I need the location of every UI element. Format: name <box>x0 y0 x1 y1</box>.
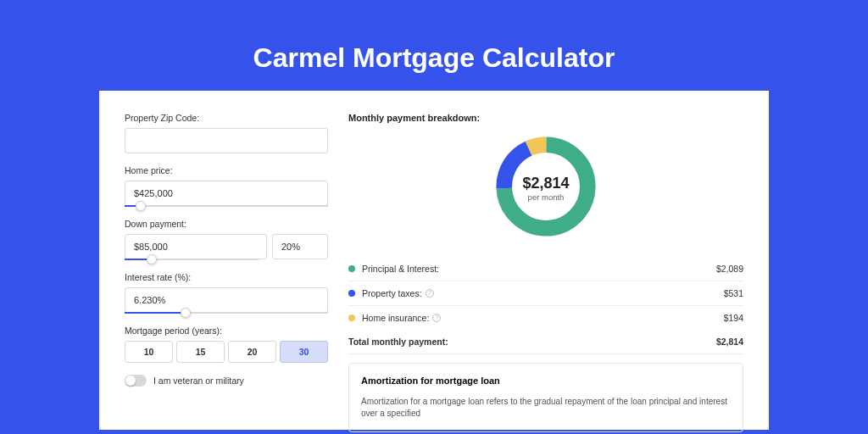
breakdown-item-value: $2,089 <box>716 264 743 274</box>
zip-field: Property Zip Code: <box>125 113 328 153</box>
breakdown-title: Monthly payment breakdown: <box>348 113 743 123</box>
down-payment-pct-input[interactable] <box>272 234 328 259</box>
home-price-input[interactable] <box>125 181 328 206</box>
veteran-toggle[interactable] <box>125 375 147 387</box>
interest-rate-slider[interactable] <box>125 312 328 314</box>
down-payment-slider[interactable] <box>125 259 259 260</box>
breakdown-item-label: Property taxes: ? <box>362 288 724 298</box>
period-field: Mortgage period (years): 10152030 <box>125 326 328 363</box>
donut-center: $2,814 per month <box>522 175 569 202</box>
info-icon[interactable]: ? <box>432 314 441 322</box>
breakdown-item-value: $531 <box>724 288 743 298</box>
toggle-knob <box>125 376 136 386</box>
calculator-card: Property Zip Code: Home price: Down paym… <box>99 91 769 430</box>
interest-rate-input[interactable] <box>125 287 328 313</box>
period-option-30[interactable]: 30 <box>280 341 328 363</box>
veteran-toggle-label: I am veteran or military <box>153 376 244 386</box>
amortization-text: Amortization for a mortgage loan refers … <box>361 396 731 420</box>
info-icon[interactable]: ? <box>426 289 434 298</box>
breakdown-row: Home insurance: ?$194 <box>348 306 743 330</box>
breakdown-row: Principal & Interest:$2,089 <box>348 257 743 281</box>
veteran-toggle-row: I am veteran or military <box>125 375 328 387</box>
down-payment-input[interactable] <box>125 234 267 259</box>
donut-container: $2,814 per month <box>348 131 743 245</box>
breakdown-total-value: $2,814 <box>716 337 743 347</box>
home-price-label: Home price: <box>125 165 328 175</box>
home-price-field: Home price: <box>125 165 328 207</box>
zip-label: Property Zip Code: <box>125 113 328 123</box>
donut-sublabel: per month <box>522 192 569 202</box>
period-option-20[interactable]: 20 <box>228 341 276 363</box>
breakdown-item-label: Home insurance: ? <box>362 313 724 323</box>
breakdown-total-label: Total monthly payment: <box>348 337 716 347</box>
down-payment-slider-thumb[interactable] <box>147 254 157 264</box>
page-title: Carmel Mortgage Calculator <box>0 0 868 91</box>
amortization-title: Amortization for mortgage loan <box>361 376 731 386</box>
interest-rate-slider-fill <box>125 312 186 314</box>
legend-dot <box>348 265 355 272</box>
breakdown-total-row: Total monthly payment: $2,814 <box>348 330 743 354</box>
legend-dot <box>348 314 355 321</box>
breakdown-row: Property taxes: ?$531 <box>348 281 743 306</box>
donut-amount: $2,814 <box>522 175 569 192</box>
home-price-slider[interactable] <box>125 205 328 207</box>
breakdown-list: Principal & Interest:$2,089Property taxe… <box>348 257 743 330</box>
zip-input[interactable] <box>125 128 328 153</box>
amortization-box: Amortization for mortgage loan Amortizat… <box>348 363 743 432</box>
breakdown-item-label: Principal & Interest: <box>362 264 716 274</box>
home-price-slider-thumb[interactable] <box>136 201 146 211</box>
breakdown-item-value: $194 <box>724 313 743 323</box>
interest-rate-label: Interest rate (%): <box>125 272 328 282</box>
interest-rate-field: Interest rate (%): <box>125 272 328 314</box>
legend-dot <box>348 290 355 297</box>
down-payment-label: Down payment: <box>125 219 328 229</box>
period-options: 10152030 <box>125 341 328 363</box>
form-column: Property Zip Code: Home price: Down paym… <box>125 113 328 430</box>
period-label: Mortgage period (years): <box>125 326 328 336</box>
breakdown-column: Monthly payment breakdown: $2,814 per mo… <box>348 113 743 430</box>
period-option-10[interactable]: 10 <box>125 341 173 363</box>
down-payment-field: Down payment: <box>125 219 328 260</box>
interest-rate-slider-thumb[interactable] <box>181 308 191 318</box>
period-option-15[interactable]: 15 <box>176 341 225 363</box>
